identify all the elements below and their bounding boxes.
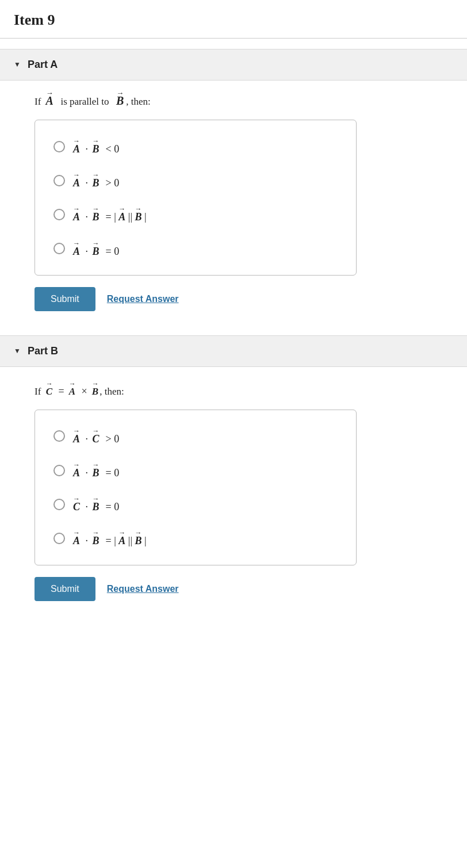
part-b-question: If → C = → A × → B , then: bbox=[35, 378, 432, 399]
part-b-request-answer-button[interactable]: Request Answer bbox=[107, 584, 179, 594]
radio-a1[interactable] bbox=[53, 141, 65, 152]
radio-b1[interactable] bbox=[53, 430, 65, 442]
part-a-section: ▼ Part A If → A is parallel to → B , the… bbox=[0, 49, 467, 325]
option-a2-label: → A · → B > 0 bbox=[73, 170, 119, 190]
list-item: → A · → B = | → A || → bbox=[49, 197, 342, 231]
part-b-options-box: → A · → C > 0 → A bbox=[35, 410, 357, 565]
list-item: → A · → C > 0 bbox=[49, 419, 342, 453]
option-b1-label: → A · → C > 0 bbox=[73, 426, 119, 446]
list-item: → C · → B = 0 bbox=[49, 487, 342, 521]
part-a-header: ▼ Part A bbox=[0, 49, 467, 81]
list-item: → A · → B = 0 bbox=[49, 453, 342, 487]
part-a-options-box: → A · → B < 0 → A bbox=[35, 120, 357, 276]
list-item: → A · → B < 0 bbox=[49, 129, 342, 163]
radio-b3[interactable] bbox=[53, 499, 65, 510]
part-a-label: Part A bbox=[28, 59, 58, 71]
option-a3-label: → A · → B = | → A || → bbox=[73, 204, 147, 224]
part-b-header: ▼ Part B bbox=[0, 335, 467, 367]
option-b3-label: → C · → B = 0 bbox=[73, 494, 119, 514]
radio-b2[interactable] bbox=[53, 465, 65, 476]
option-b2-label: → A · → B = 0 bbox=[73, 460, 119, 480]
part-b-label: Part B bbox=[28, 345, 58, 357]
radio-b4[interactable] bbox=[53, 533, 65, 544]
part-a-request-answer-button[interactable]: Request Answer bbox=[107, 294, 179, 304]
chevron-down-icon: ▼ bbox=[14, 60, 21, 69]
option-a4-label: → A · → B = 0 bbox=[73, 239, 119, 259]
part-b-body: If → C = → A × → B , then: → bbox=[0, 367, 467, 615]
list-item: → A · → B = | → A || → bbox=[49, 521, 342, 555]
part-b-section: ▼ Part B If → C = → A × → B , then: bbox=[0, 335, 467, 615]
part-a-submit-button[interactable]: Submit bbox=[35, 287, 95, 311]
page-header: Item 9 bbox=[0, 0, 467, 39]
radio-a3[interactable] bbox=[53, 209, 65, 220]
part-a-question: If → A is parallel to → B , then: bbox=[35, 92, 432, 109]
list-item: → A · → B = 0 bbox=[49, 232, 342, 266]
option-b4-label: → A · → B = | → A || → bbox=[73, 528, 147, 548]
page-title: Item 9 bbox=[14, 12, 55, 28]
part-a-actions: Submit Request Answer bbox=[35, 287, 432, 311]
radio-a4[interactable] bbox=[53, 243, 65, 254]
part-a-body: If → A is parallel to → B , then: → A · bbox=[0, 81, 467, 325]
radio-a2[interactable] bbox=[53, 175, 65, 186]
part-b-actions: Submit Request Answer bbox=[35, 577, 432, 601]
chevron-down-icon: ▼ bbox=[14, 347, 21, 355]
part-b-submit-button[interactable]: Submit bbox=[35, 577, 95, 601]
option-a1-label: → A · → B < 0 bbox=[73, 136, 119, 156]
list-item: → A · → B > 0 bbox=[49, 163, 342, 197]
